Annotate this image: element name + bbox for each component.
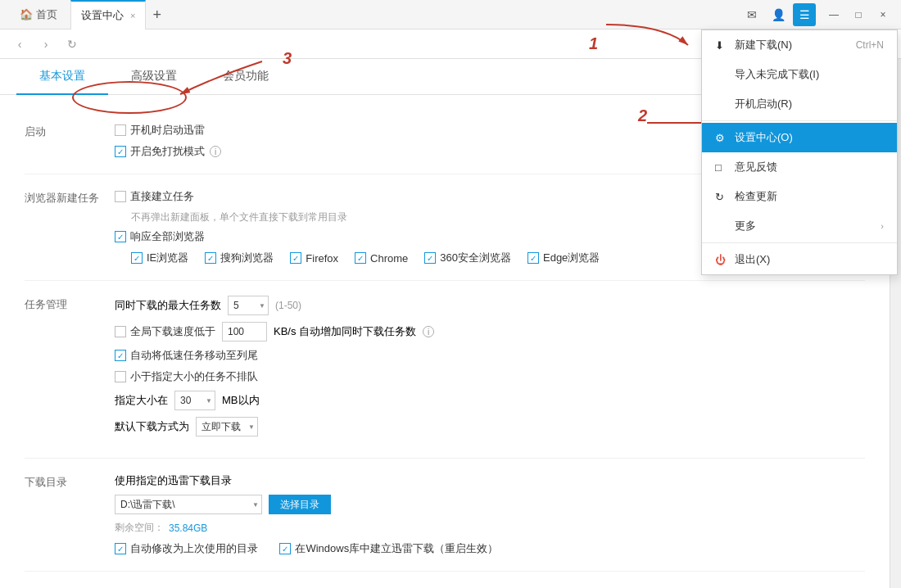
firefox-checkbox[interactable] [290,252,301,264]
auto-fix-row: 自动修改为上次使用的目录 在Windows库中建立迅雷下载（重启生效） [115,541,865,556]
size-select-wrapper: 301050 [174,391,215,410]
speed-limit-checkbox[interactable] [115,326,126,337]
maximize-btn[interactable]: □ [847,3,870,26]
menu-exit[interactable]: ⏻ 退出(X) [702,245,897,274]
max-tasks-row: 同时下载的最大任务数 5310 (1-50) [115,296,865,315]
menu-more[interactable]: 更多 › [702,211,897,241]
max-tasks-select[interactable]: 5310 [228,296,269,315]
menu-new-download[interactable]: ⬇ 新建下载(N) Ctrl+N [702,30,897,60]
startup-info-icon[interactable]: i [210,146,221,157]
download-dir-section: 下载目录 使用指定的迅雷下载目录 D:\迅雷下载\ 选择目录 [25,459,865,572]
tab-basic[interactable]: 基本设置 [16,59,108,95]
minimize-btn[interactable]: — [822,3,845,26]
menu-feedback[interactable]: □ 意见反馈 [702,152,897,182]
browser-chrome[interactable]: Chrome [355,251,408,265]
startup-option2-label[interactable]: 开启免打扰模式 [115,144,205,159]
speed-unit-text: KB/s 自动增加同时下载任务数 [274,324,416,339]
dir-select[interactable]: D:\迅雷下载\ [115,495,262,514]
auto-move-text: 自动将低速任务移动至列尾 [130,348,258,363]
auto-move-label[interactable]: 自动将低速任务移动至列尾 [115,348,258,363]
menu-divider-2 [702,242,897,243]
tab-member[interactable]: 会员功能 [200,59,292,95]
browser-edge[interactable]: Edge浏览器 [527,251,600,265]
refresh-btn[interactable]: ↻ [62,34,82,54]
tab-close-btn[interactable]: × [130,11,135,20]
window-controls: — □ × [822,3,894,26]
home-tab-label: 首页 [36,7,57,22]
speed-limit-label[interactable]: 全局下载速度低于 [115,324,215,339]
no-queue-checkbox[interactable] [115,371,126,382]
close-btn[interactable]: × [872,3,894,26]
menu-check-update[interactable]: ↻ 检查更新 [702,182,897,211]
speed-limit-text: 全局下载速度低于 [130,324,215,339]
create-library-label[interactable]: 在Windows库中建立迅雷下载（重启生效） [279,541,498,556]
new-download-label: 新建下载(N) [735,38,792,52]
direct-task-label[interactable]: 直接建立任务 [115,189,194,204]
back-btn[interactable]: ‹ [10,34,29,54]
auto-move-row: 自动将低速任务移动至列尾 [115,348,865,363]
startup-option1-label[interactable]: 开机时启动迅雷 [115,123,205,138]
speed-info-icon[interactable]: i [423,326,434,337]
browser-ie[interactable]: IE浏览器 [131,251,188,265]
free-space-value: 35.84GB [169,522,207,534]
direct-task-checkbox[interactable] [115,191,126,202]
respond-all-label[interactable]: 响应全部浏览器 [115,229,205,244]
dir-input-row: D:\迅雷下载\ 选择目录 [115,495,865,514]
default-method-row: 默认下载方式为 立即下载手动下载 [115,417,865,436]
size-label: 指定大小在 [115,393,168,408]
browser-360[interactable]: 360安全浏览器 [424,251,511,265]
more-arrow-icon: › [881,221,884,231]
auto-move-checkbox[interactable] [115,350,126,361]
more-label: 更多 [735,219,756,233]
startup-label: 启动 [25,123,115,159]
exit-label: 退出(X) [735,252,770,267]
dir-select-wrapper: D:\迅雷下载\ [115,495,262,514]
tab-home[interactable]: 🏠 首页 [7,0,70,29]
360-checkbox[interactable] [424,252,436,264]
check-update-icon: ↻ [715,191,728,203]
settings-tab-label: 设置中心 [81,8,124,23]
auto-fix-label[interactable]: 自动修改为上次使用的目录 [115,541,258,556]
ie-checkbox[interactable] [131,252,143,264]
select-dir-btn[interactable]: 选择目录 [269,495,331,514]
feedback-label: 意见反馈 [735,160,777,174]
size-select[interactable]: 301050 [174,391,215,410]
no-queue-row: 小于指定大小的任务不排队 [115,369,865,384]
auto-fix-text: 自动修改为上次使用的目录 [130,541,258,556]
menu-startup[interactable]: 开机启动(R) [702,89,897,119]
free-space-row: 剩余空间： 35.84GB [115,521,865,535]
chrome-checkbox[interactable] [355,252,366,264]
menu-import[interactable]: 导入未完成下载(I) [702,60,897,89]
speed-limit-row: 全局下载速度低于 KB/s 自动增加同时下载任务数 i [115,322,865,341]
edge-checkbox[interactable] [527,252,539,264]
tab-advanced[interactable]: 高级设置 [108,59,200,95]
respond-all-checkbox[interactable] [115,231,126,242]
sogou-checkbox[interactable] [205,252,216,264]
startup-checkbox1[interactable] [115,124,126,136]
tab-settings[interactable]: 设置中心 × [70,0,146,29]
browser-sogou[interactable]: 搜狗浏览器 [205,251,274,265]
create-library-text: 在Windows库中建立迅雷下载（重启生效） [295,541,498,556]
max-tasks-label: 同时下载的最大任务数 [115,298,221,313]
import-label: 导入未完成下载(I) [735,67,819,82]
no-queue-label[interactable]: 小于指定大小的任务不排队 [115,369,258,384]
check-update-label: 检查更新 [735,189,777,204]
menu-icon[interactable]: ☰ [793,3,816,26]
forward-btn[interactable]: › [36,34,56,54]
startup-checkbox2[interactable] [115,146,126,157]
auto-fix-checkbox[interactable] [115,543,126,554]
use-specified-row: 使用指定的迅雷下载目录 [115,473,865,488]
mail-icon[interactable]: ✉ [740,3,763,26]
settings-center-icon: ⚙ [715,132,728,144]
speed-value-input[interactable] [222,322,267,341]
create-library-checkbox[interactable] [279,543,291,554]
download-dir-label: 下载目录 [25,473,115,556]
tab-add-btn[interactable]: + [152,7,161,22]
startup-label: 开机启动(R) [735,97,792,111]
menu-settings-center[interactable]: ⚙ 设置中心(O) [702,123,897,152]
startup-option1-text: 开机时启动迅雷 [130,123,205,138]
browser-firefox[interactable]: Firefox [290,251,338,265]
task-mgmt-label: 任务管理 [25,296,115,443]
default-method-select[interactable]: 立即下载手动下载 [196,417,258,436]
account-icon[interactable]: 👤 [767,3,790,26]
